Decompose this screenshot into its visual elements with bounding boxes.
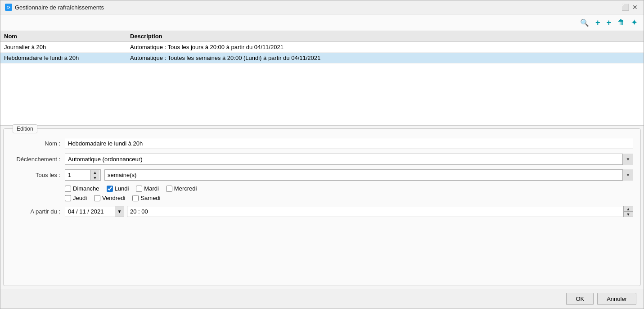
- time-spinner-buttons: ▲ ▼: [623, 206, 633, 217]
- tous-les-label: Tous les :: [11, 172, 65, 178]
- window-title: Gestionnaire de rafraîchissements: [15, 4, 104, 11]
- samedi-label: Samedi: [140, 195, 160, 201]
- dimanche-label: Dimanche: [73, 185, 99, 192]
- nom-row: Nom :: [11, 138, 633, 149]
- nom-input[interactable]: [65, 138, 633, 149]
- declenchement-select-wrapper: Automatique (ordonnanceur) ▼: [65, 154, 633, 165]
- table-body: Journalier à 20h Automatique : Tous les …: [0, 42, 644, 123]
- date-dropdown-arrow[interactable]: ▼: [115, 206, 124, 217]
- mardi-checkbox[interactable]: [136, 186, 142, 192]
- edition-area: Edition Nom : Déclenchement : Automatiqu…: [3, 128, 641, 286]
- table-area: Nom Description Journalier à 20h Automat…: [0, 31, 644, 126]
- lundi-checkbox-item[interactable]: Lundi: [107, 185, 129, 192]
- spinner-up-button[interactable]: ▲: [90, 170, 99, 175]
- title-bar-left: ⟳ Gestionnaire de rafraîchissements: [5, 4, 104, 11]
- refresh-button[interactable]: ✦: [629, 16, 640, 29]
- jeudi-label: Jeudi: [73, 195, 87, 201]
- lundi-label: Lundi: [115, 185, 129, 192]
- tous-les-spinner: ▲ ▼: [65, 169, 101, 181]
- checkboxes-area: Dimanche Lundi Mardi Mercredi: [65, 185, 633, 201]
- time-down-button[interactable]: ▼: [624, 212, 633, 217]
- ok-button[interactable]: OK: [566, 293, 594, 305]
- samedi-checkbox-item[interactable]: Samedi: [132, 195, 160, 201]
- toolbar: 🔍 + + 🗑 ✦: [0, 14, 644, 31]
- vendredi-checkbox[interactable]: [94, 195, 100, 201]
- spinner-buttons: ▲ ▼: [90, 170, 99, 180]
- table-header: Nom Description: [0, 31, 644, 42]
- semaine-select-wrapper: semaine(s) ▼: [104, 169, 633, 181]
- dimanche-checkbox-item[interactable]: Dimanche: [65, 185, 99, 192]
- mardi-label: Mardi: [144, 185, 159, 192]
- spinner-down-button[interactable]: ▼: [90, 175, 99, 180]
- add1-button[interactable]: +: [593, 17, 603, 29]
- a-partir-label: A partir du :: [11, 208, 65, 215]
- mardi-checkbox-item[interactable]: Mardi: [136, 185, 159, 192]
- main-window: ⟳ Gestionnaire de rafraîchissements ⬜ ✕ …: [0, 0, 644, 309]
- declenchement-select[interactable]: Automatique (ordonnanceur): [65, 154, 633, 165]
- nom-label: Nom :: [11, 140, 65, 147]
- date-wrapper: ▼: [65, 206, 124, 217]
- jeudi-checkbox[interactable]: [65, 195, 71, 201]
- lundi-checkbox[interactable]: [107, 186, 113, 192]
- dimanche-checkbox[interactable]: [65, 186, 71, 192]
- checkbox-row-2: Jeudi Vendredi Samedi: [65, 195, 633, 201]
- samedi-checkbox[interactable]: [132, 195, 139, 201]
- declenchement-row: Déclenchement : Automatique (ordonnanceu…: [11, 154, 633, 165]
- mercredi-checkbox-item[interactable]: Mercredi: [166, 185, 197, 192]
- tous-les-row: Tous les : ▲ ▼ semaine(s) ▼: [11, 169, 633, 181]
- footer: OK Annuler: [0, 289, 644, 309]
- app-icon: ⟳: [5, 4, 12, 11]
- title-bar: ⟳ Gestionnaire de rafraîchissements ⬜ ✕: [0, 0, 644, 14]
- table-row[interactable]: Hebdomadaire le lundi à 20h Automatique …: [0, 53, 644, 64]
- maximize-button[interactable]: ⬜: [621, 3, 629, 11]
- edition-legend: Edition: [13, 124, 37, 133]
- date-input[interactable]: [65, 206, 115, 217]
- delete-button[interactable]: 🗑: [615, 17, 627, 28]
- search-button[interactable]: 🔍: [578, 17, 591, 28]
- vendredi-label: Vendredi: [102, 195, 125, 201]
- mercredi-label: Mercredi: [174, 185, 197, 192]
- declenchement-label: Déclenchement :: [11, 156, 65, 163]
- annuler-button[interactable]: Annuler: [597, 293, 636, 305]
- time-input[interactable]: [127, 206, 623, 217]
- row2-nom: Hebdomadaire le lundi à 20h: [4, 55, 130, 61]
- col-desc-header: Description: [130, 33, 640, 40]
- tous-les-input[interactable]: [65, 170, 90, 180]
- row2-desc: Automatique : Toutes les semaines à 20:0…: [130, 55, 640, 61]
- mercredi-checkbox[interactable]: [166, 186, 172, 192]
- vendredi-checkbox-item[interactable]: Vendredi: [94, 195, 125, 201]
- col-nom-header: Nom: [4, 33, 130, 40]
- a-partir-row: A partir du : ▼ ▲ ▼: [11, 206, 633, 217]
- table-row[interactable]: Journalier à 20h Automatique : Tous les …: [0, 42, 644, 53]
- semaine-select[interactable]: semaine(s): [104, 169, 633, 181]
- close-button[interactable]: ✕: [631, 3, 639, 11]
- row1-desc: Automatique : Tous les jours à 20:00 à p…: [130, 44, 640, 50]
- time-wrapper: ▲ ▼: [127, 206, 633, 217]
- add2-button[interactable]: +: [604, 17, 613, 29]
- jeudi-checkbox-item[interactable]: Jeudi: [65, 195, 87, 201]
- checkbox-row-1: Dimanche Lundi Mardi Mercredi: [65, 185, 633, 192]
- window-controls: ⬜ ✕: [621, 3, 639, 11]
- row1-nom: Journalier à 20h: [4, 44, 130, 50]
- time-up-button[interactable]: ▲: [624, 206, 633, 212]
